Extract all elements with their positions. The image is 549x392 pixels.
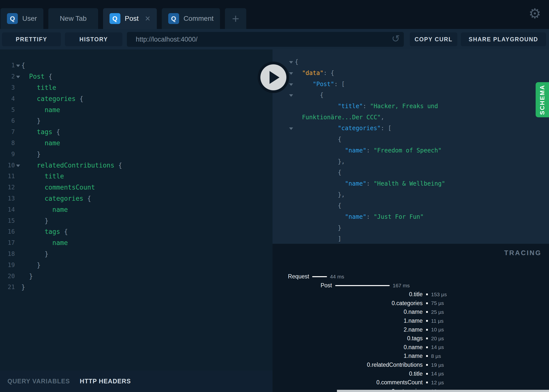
editor-line: 4 categories { <box>0 93 273 104</box>
response-line: "data": { <box>273 68 549 79</box>
response-line: }, <box>273 189 549 200</box>
trace-field-duration: 153 µs <box>431 292 447 297</box>
code-text: { <box>295 203 341 209</box>
response-line: { <box>273 90 549 101</box>
editor-line: 9 } <box>0 148 273 160</box>
code-text: ] <box>295 236 341 242</box>
code-text: commentsCount <box>21 184 95 191</box>
history-button[interactable]: HISTORY <box>65 32 122 46</box>
tab-http-headers[interactable]: HTTP HEADERS <box>80 378 131 385</box>
editor-line: 12 commentsCount <box>0 182 273 193</box>
tracing-panel: TRACING Request 44 ms Post 167 ms 0.titl… <box>273 244 549 392</box>
editor-line: 11 title <box>0 171 273 182</box>
fold-arrow-icon[interactable] <box>15 164 21 167</box>
response-line: { <box>273 134 549 145</box>
code-text: } <box>21 273 33 279</box>
close-tab-icon[interactable]: × <box>145 14 150 23</box>
line-number: 13 <box>0 195 15 202</box>
copy-curl-button[interactable]: COPY CURL <box>410 32 457 46</box>
settings-gear-icon[interactable]: ⚙ <box>529 5 541 22</box>
code-text: categories { <box>21 96 83 102</box>
line-number: 11 <box>0 173 15 180</box>
trace-duration-dot <box>426 346 428 348</box>
response-line: }, <box>273 156 549 167</box>
trace-field-row: 1.name11 µs <box>273 317 549 325</box>
fold-arrow-icon[interactable] <box>15 75 21 78</box>
editor-line: 18 } <box>0 248 273 260</box>
code-text: Funktionäre...Der CCC", <box>295 114 384 120</box>
trace-field-label: 0.categories <box>273 300 423 307</box>
fold-arrow-icon[interactable] <box>287 126 295 130</box>
schema-side-tab[interactable]: SCHEMA <box>536 82 549 117</box>
query-badge-icon: Q <box>7 13 18 24</box>
editor-line: 1{ <box>0 60 273 71</box>
response-viewer[interactable]: { "data": { "Post": [ { "title": "Hacker… <box>273 49 549 244</box>
tab-bar-tabs: QUserNew TabQPost×QComment+ <box>0 8 251 29</box>
code-text: } <box>21 118 41 124</box>
share-playground-button[interactable]: SHARE PLAYGROUND <box>461 32 546 46</box>
execute-query-button[interactable] <box>258 62 289 93</box>
fold-arrow-icon[interactable] <box>287 60 295 64</box>
trace-duration-dot <box>426 382 428 383</box>
line-number: 10 <box>0 162 15 169</box>
tab-new-tab[interactable]: New Tab <box>48 8 98 29</box>
code-text: } <box>21 262 41 268</box>
reload-schema-icon[interactable]: ↺ <box>391 33 400 44</box>
tracing-horizontal-scrollbar[interactable] <box>337 390 549 392</box>
trace-duration-dot <box>426 373 428 375</box>
query-editor-lines: 1{2 Post {3 title4 categories {5 name6 }… <box>0 49 273 293</box>
fold-arrow-icon[interactable] <box>287 82 295 86</box>
code-text: }, <box>295 192 345 198</box>
query-badge-icon: Q <box>168 13 179 24</box>
editor-line: 13 categories { <box>0 193 273 204</box>
trace-field-duration: 8 µs <box>431 353 441 359</box>
trace-field-row: 0.name25 µs <box>273 308 549 317</box>
response-line: { <box>273 56 549 68</box>
trace-field-label: 0.name <box>273 309 423 315</box>
line-number: 6 <box>0 117 15 124</box>
code-text: tags { <box>21 228 68 235</box>
query-badge-icon: Q <box>110 13 120 24</box>
response-line: "name": "Just For Fun" <box>273 211 549 222</box>
line-number: 16 <box>0 228 15 235</box>
line-number: 21 <box>0 284 15 291</box>
code-text: } <box>21 251 49 257</box>
fold-arrow-icon[interactable] <box>15 64 21 67</box>
trace-duration-dot <box>426 338 428 339</box>
bottom-bar: QUERY VARIABLES HTTP HEADERS <box>0 370 273 392</box>
trace-duration: 44 ms <box>330 274 344 280</box>
tab-query-variables[interactable]: QUERY VARIABLES <box>7 378 70 385</box>
plus-icon: + <box>232 12 239 25</box>
line-number: 15 <box>0 217 15 224</box>
editor-line: 20 } <box>0 270 273 282</box>
code-text: title <box>21 84 56 91</box>
editor-line: 2 Post { <box>0 71 273 82</box>
trace-field-label: 0.title <box>273 291 423 298</box>
code-text: tags { <box>21 129 60 135</box>
trace-duration-dot <box>426 294 428 295</box>
fold-arrow-icon[interactable] <box>287 93 295 97</box>
query-editor[interactable]: 1{2 Post {3 title4 categories {5 name6 }… <box>0 49 273 370</box>
trace-field-duration: 20 µs <box>431 336 444 342</box>
add-tab-button[interactable]: + <box>225 8 246 29</box>
schema-side-tab-label: SCHEMA <box>539 85 546 115</box>
editor-line: 7 tags { <box>0 126 273 138</box>
endpoint-url-box: ↺ <box>127 32 404 47</box>
line-number: 7 <box>0 128 15 135</box>
trace-field-label: 0.commentsCount <box>273 379 423 386</box>
tab-comment[interactable]: QComment <box>162 8 220 29</box>
prettify-button[interactable]: PRETTIFY <box>2 32 61 46</box>
tab-label: New Tab <box>60 15 86 23</box>
tab-post[interactable]: QPost× <box>103 8 157 29</box>
tab-user[interactable]: QUser <box>0 8 43 29</box>
trace-field-duration: 12 µs <box>431 380 444 386</box>
code-text: } <box>21 151 41 157</box>
endpoint-url-input[interactable] <box>127 32 404 47</box>
code-text: "categories": [ <box>295 125 391 131</box>
chevron-down-icon <box>289 127 293 130</box>
trace-field-label: 2.name <box>273 326 423 333</box>
response-line: "categories": [ <box>273 123 549 134</box>
code-text: { <box>295 136 341 142</box>
trace-field-row: 2.name10 µs <box>273 325 549 334</box>
trace-label: Request <box>288 273 309 280</box>
